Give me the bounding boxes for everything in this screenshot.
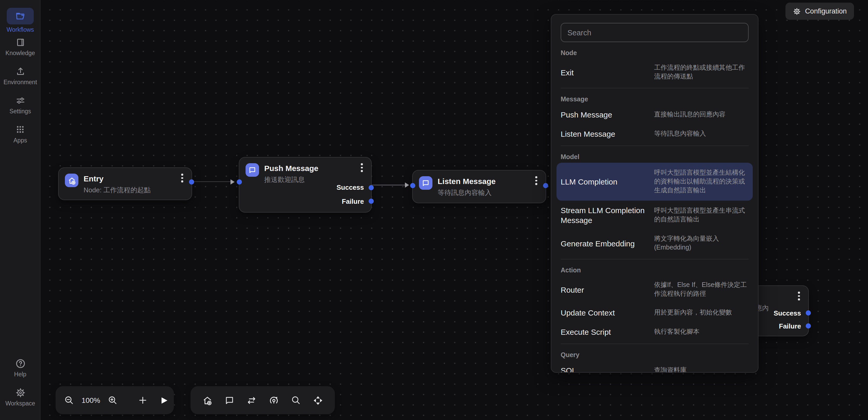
node-title: Push Message (264, 163, 318, 173)
chat-bubble-icon (246, 163, 259, 177)
workflow-canvas[interactable]: Entry Node: 工作流程的起點 Push Message 推送歡迎訊息 … (0, 0, 868, 420)
move-diamond-icon[interactable] (312, 395, 323, 406)
sidebar-item-workflows[interactable]: Workflows (0, 8, 40, 33)
sidebar-item-apps[interactable]: Apps (0, 124, 40, 143)
node-subtitle: Node: 工作流程的起點 (84, 186, 151, 194)
panel-item-push-message[interactable]: Push Message 直接輸出訊息的回應內容 (561, 105, 749, 124)
edge-arrowhead (230, 179, 235, 184)
chat-bubble-icon[interactable] (224, 395, 235, 405)
node-picker-panel: Node Exit 工作流程的終點或接續其他工作流程的傳送點 Message P… (551, 14, 758, 373)
divider (561, 343, 749, 344)
home-plus-icon[interactable] (202, 395, 213, 406)
input-port[interactable] (237, 179, 242, 185)
divider (561, 88, 749, 88)
output-port-failure[interactable] (806, 323, 811, 329)
port-label-failure: Failure (342, 196, 364, 206)
search-icon[interactable] (291, 395, 301, 405)
sliders-icon (15, 95, 25, 105)
node-push-message[interactable]: Push Message 推送歡迎訊息 Success Failure (239, 157, 372, 213)
node-menu-button[interactable] (535, 176, 537, 186)
section-title-model: Model (561, 151, 749, 163)
node-subtitle: 推送歡迎訊息 (264, 175, 318, 184)
sidebar-item-help[interactable]: Help (0, 358, 40, 377)
panel-item-listen-message[interactable]: Listen Message 等待訊息內容輸入 (561, 124, 749, 143)
help-circle-icon (15, 358, 26, 369)
configuration-button[interactable]: Configuration (785, 3, 854, 20)
chat-bubble-icon (419, 176, 432, 190)
edge-arrowhead (405, 183, 409, 188)
swap-arrows-icon[interactable] (246, 395, 257, 406)
port-label-success: Success (336, 183, 364, 192)
input-port[interactable] (410, 183, 415, 188)
zoom-in-icon[interactable] (107, 395, 118, 405)
home-plus-icon (65, 174, 79, 187)
panel-item-sql[interactable]: SQL 查詢資料庫 (561, 361, 749, 373)
book-icon (15, 37, 25, 47)
section-title-query: Query (561, 349, 749, 361)
panel-item-llm-completion[interactable]: LLM Completion 呼叫大型語言模型並產生結構化的資料輸出以輔助流程的… (557, 163, 753, 201)
section-title-message: Message (561, 93, 749, 105)
add-node-button[interactable] (137, 395, 148, 405)
sidebar-item-workspace[interactable]: Workspace (0, 387, 40, 407)
output-port-success[interactable] (806, 310, 811, 315)
edge-entry-to-push (192, 181, 232, 182)
output-port[interactable] (543, 183, 548, 188)
node-subtitle: 等待訊息內容輸入 (438, 188, 496, 197)
panel-item-exit[interactable]: Exit 工作流程的終點或接續其他工作流程的傳送點 (561, 59, 749, 86)
zoom-out-icon[interactable] (64, 395, 74, 405)
node-tools-toolbar (190, 386, 335, 414)
configuration-label: Configuration (805, 7, 847, 15)
upload-icon (15, 66, 25, 76)
node-menu-button[interactable] (798, 291, 800, 302)
node-title: Entry (84, 174, 151, 184)
folder-icon (15, 11, 25, 21)
panel-item-router[interactable]: Router 依據If、Else If、Else條件決定工作流程執行的路徑 (561, 276, 749, 303)
edge-push-to-listen (372, 185, 406, 185)
run-button[interactable] (159, 395, 169, 405)
node-listen-message[interactable]: Listen Message 等待訊息內容輸入 (412, 170, 546, 203)
output-port-failure[interactable] (369, 199, 374, 204)
apps-grid-icon (16, 125, 25, 134)
node-menu-button[interactable] (181, 174, 183, 184)
panel-item-stream-llm-completion[interactable]: Stream LLM Completion Message 呼叫大型語言模型並產… (561, 201, 749, 230)
port-label-success: Success (774, 308, 801, 318)
zoom-toolbar: 100% (56, 386, 174, 414)
panel-item-execute-script[interactable]: Execute Script 執行客製化腳本 (561, 322, 749, 341)
node-title: Listen Message (438, 176, 496, 186)
section-title-action: Action (561, 264, 749, 276)
panel-item-update-context[interactable]: Update Context 用於更新內容，初始化變數 (561, 303, 749, 322)
sidebar-item-environment[interactable]: Environment (0, 65, 40, 85)
port-label-failure: Failure (779, 321, 801, 331)
gear-icon (15, 387, 26, 398)
sidebar: Workflows Knowledge Environment Settings (0, 0, 40, 420)
section-title-node: Node (561, 47, 749, 59)
node-entry[interactable]: Entry Node: 工作流程的起點 (58, 167, 192, 200)
panel-item-generate-embedding[interactable]: Generate Embedding 將文字轉化為向量嵌入(Embedding) (561, 230, 749, 257)
divider (561, 259, 749, 259)
bulb-refresh-icon[interactable] (269, 395, 279, 406)
node-menu-button[interactable] (361, 163, 363, 173)
sidebar-item-settings[interactable]: Settings (0, 94, 40, 114)
output-port-success[interactable] (369, 185, 374, 190)
search-input[interactable] (561, 23, 749, 42)
divider (561, 145, 749, 146)
zoom-level: 100% (81, 396, 101, 404)
sidebar-item-knowledge[interactable]: Knowledge (0, 36, 40, 56)
gear-icon (793, 7, 801, 15)
output-port[interactable] (189, 179, 194, 185)
